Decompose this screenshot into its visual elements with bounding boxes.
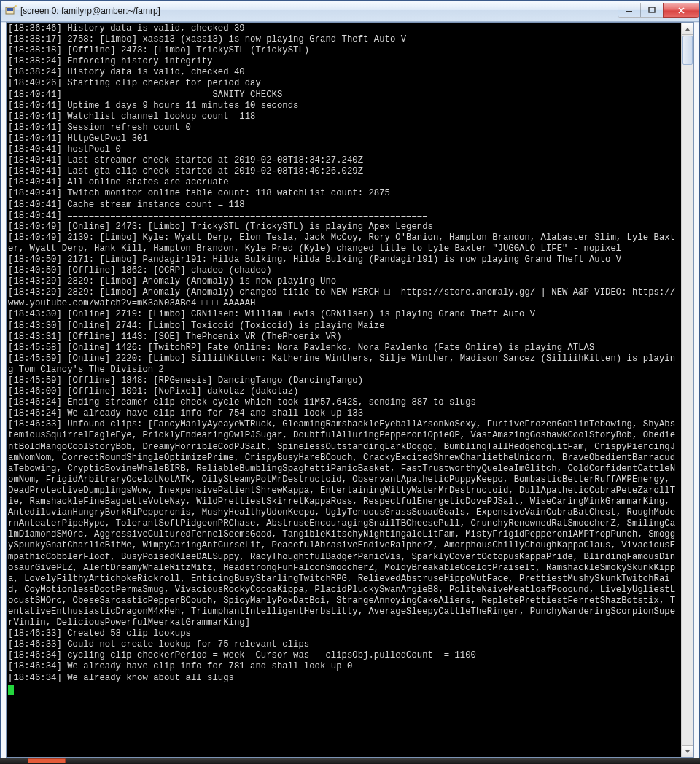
terminal-client: [18:36:46] History data is valid, checke… [6, 22, 694, 758]
window-title: [screen 0: familyrp@amber:~/famrp] [20, 6, 618, 16]
scrollbar[interactable] [681, 23, 693, 757]
close-button[interactable] [663, 3, 699, 18]
scroll-up-button[interactable] [682, 23, 693, 35]
app-window: [screen 0: familyrp@amber:~/famrp] [18:3… [0, 0, 700, 764]
scroll-down-button[interactable] [682, 745, 693, 757]
scroll-thumb[interactable] [682, 36, 693, 65]
titlebar[interactable]: [screen 0: familyrp@amber:~/famrp] [1, 1, 699, 22]
minimize-button[interactable] [618, 3, 641, 18]
taskbar[interactable] [0, 758, 700, 764]
window-controls [618, 3, 699, 17]
svg-rect-5 [649, 7, 655, 12]
taskbar-item[interactable] [28, 758, 66, 763]
putty-icon [5, 5, 17, 17]
cursor [8, 685, 14, 695]
terminal-output[interactable]: [18:36:46] History data is valid, checke… [7, 23, 682, 757]
maximize-button[interactable] [640, 3, 664, 18]
svg-point-3 [15, 5, 17, 7]
svg-rect-1 [7, 8, 13, 11]
